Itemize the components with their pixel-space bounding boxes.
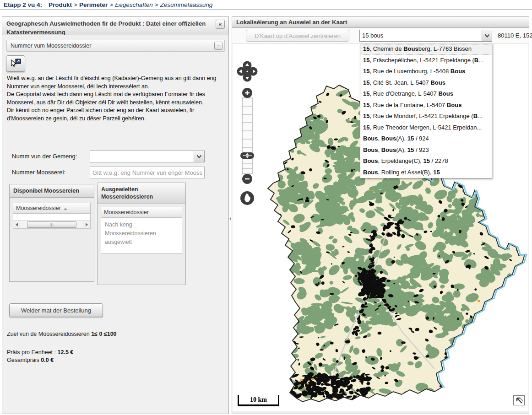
map-toolbar: D'Kaart op d'Auswiel zentréieren 15 bous… — [232, 28, 529, 43]
suggestion-item[interactable]: Bous, Erpeldange(C), 15 / 2278 — [360, 156, 492, 167]
selected-column-header[interactable]: Moossereidossier — [101, 207, 182, 218]
available-column-header[interactable]: Moossereidossier — [13, 203, 91, 214]
suggestion-item[interactable]: 15, Rue Theodor Mergen, L-5421 Erpeldan.… — [360, 122, 492, 134]
suggestion-item[interactable]: Bous, Bous(A), 15 / 924 — [360, 133, 492, 145]
scrollbar-thumb[interactable]: ||| — [27, 221, 76, 228]
dossier-count-line: Zuel vun de Moossereidossieren 1≤ 0 ≤100 — [7, 331, 117, 337]
moosserei-label: Nummer Moosserei: — [12, 169, 65, 176]
collapse-arrow-icon[interactable] — [229, 217, 231, 221]
zoom-to-extent-button[interactable] — [239, 190, 255, 206]
instruction-line: Wielt w.e.g. an der Lëscht fir d'éischt … — [7, 75, 226, 91]
pan-arrows-icon — [237, 61, 258, 82]
selected-moossereidossieren-panel: Ausgewielten Mossereidossieren Moosserei… — [97, 183, 186, 285]
suggestion-item[interactable]: 15, Rue de Mondorf, L-5421 Erpeldange (B… — [360, 111, 492, 122]
left-panel-body: Nummer vum Moossereidossier − Wielt w.e.… — [2, 35, 228, 414]
suggestion-item[interactable]: 15, Rue de Luxembourg, L-5408 Bous — [360, 66, 492, 77]
address-search-combobox[interactable]: 15 bous — [359, 30, 492, 42]
moosserei-number-input[interactable] — [90, 167, 205, 178]
section-title: Nummer vum Moossereidossier — [11, 43, 91, 49]
luxembourg-extent-icon — [239, 190, 255, 206]
left-panel-title: Geographesch Auswielmethoden fir de Prod… — [6, 20, 206, 36]
chevron-down-icon — [484, 34, 490, 38]
suggestion-item[interactable]: Bous, Bous(A), 15 / 923 — [360, 145, 492, 156]
scale-bar: 10 km — [238, 395, 279, 406]
center-map-button[interactable]: D'Kaart op d'Auswiel zentréieren — [246, 30, 349, 42]
available-grid-empty-row — [13, 214, 91, 221]
sort-asc-icon — [64, 208, 67, 210]
breadcrumb-item[interactable]: Perimeter — [79, 1, 108, 8]
suggestion-item[interactable]: 15, Cité St. Jean, L-5407 Bous — [360, 77, 492, 89]
dossier-count-range: 1≤ 0 ≤100 — [91, 331, 116, 337]
breadcrumb-item[interactable]: Zesummefaassung — [160, 1, 213, 8]
gemeng-label: Numm vun der Gemeng: — [12, 153, 77, 160]
attribution-icon[interactable] — [513, 395, 525, 405]
scale-label: 10 km — [239, 396, 278, 404]
horizontal-scrollbar[interactable]: ||| — [13, 221, 91, 229]
right-panel: Lokaliséierung an Auswiel an der Kaart D… — [232, 16, 529, 414]
suggestion-item[interactable]: 15, Rue de la Fontaine, L-5407 Bous — [360, 100, 492, 111]
address-suggestions-dropdown: 15, Chemin de Bousberg, L-7763 Bissen15,… — [360, 43, 492, 178]
select-on-map-tool-button[interactable] — [6, 55, 25, 72]
suggestion-item[interactable]: 15, Chemin de Bousberg, L-7763 Bissen — [360, 43, 492, 55]
chevron-down-icon — [196, 155, 202, 159]
collapse-section-button[interactable]: − — [214, 42, 223, 50]
available-moossereien-panel: Disponibel Moossereien Moossereidossier … — [9, 184, 94, 282]
suggestion-item[interactable]: 15, Fräschepéilchen, L-5421 Erpeldange (… — [360, 55, 492, 66]
gemeng-select-value — [92, 153, 192, 161]
corner-arrows-icon — [514, 396, 524, 405]
breadcrumb: Etapp 2 vu 4:Produkt>Perimeter>Eegeschaf… — [0, 0, 532, 10]
instruction-line: Dir kënnt och no enger Parzell sichen od… — [7, 107, 226, 123]
map-panel-title: Lokaliséierung an Auswiel an der Kaart — [232, 17, 529, 28]
gemeng-select-trigger[interactable] — [194, 151, 204, 162]
zoom-slider[interactable] — [237, 88, 257, 184]
pan-control[interactable] — [237, 61, 258, 82]
total-price-value: 0.0 € — [41, 357, 54, 363]
breadcrumb-separator: > — [74, 1, 77, 8]
section-header-moossereidossier[interactable]: Nummer vum Moossereidossier − — [6, 40, 225, 52]
gemeng-select[interactable] — [90, 151, 205, 162]
suggestion-item[interactable]: 15, Rue d'Oetrange, L-5407 Bous — [360, 88, 492, 100]
selected-panel-title: Ausgewielten Mossereidossieren — [98, 183, 185, 204]
available-panel-title: Disponibel Moossereien — [10, 184, 94, 198]
continue-order-button[interactable]: Weider mat der Bestellung — [9, 303, 103, 317]
app-root: Etapp 2 vu 4:Produkt>Perimeter>Eegeschaf… — [0, 0, 532, 415]
map-select-cursor-icon — [10, 59, 22, 68]
unit-price-value: 12.5 € — [58, 349, 74, 356]
address-search-value: 15 bous — [362, 32, 480, 39]
suggestion-item[interactable]: Bous, Rolling et Assel(B), 15 — [360, 167, 492, 178]
breadcrumb-step: Etapp 2 vu 4: — [4, 1, 42, 8]
breadcrumb-item[interactable]: Produkt — [49, 1, 72, 8]
left-panel: Geographesch Auswielmethoden fir de Prod… — [2, 16, 229, 414]
selected-empty-text: Nach keng Moossereidossieren ausgewielt — [101, 218, 182, 253]
breadcrumb-separator: > — [155, 1, 158, 8]
address-search-trigger[interactable] — [482, 30, 492, 41]
toolbar-separator — [355, 30, 355, 41]
instructions-text: Wielt w.e.g. an der Lëscht fir d'éischt … — [7, 75, 226, 123]
breadcrumb-separator: > — [109, 1, 113, 8]
collapse-panel-button[interactable]: « — [216, 20, 225, 29]
unit-price-line: Präis pro Eenheet : 12.5 € — [7, 349, 73, 356]
scroll-left-button[interactable] — [13, 221, 21, 228]
zoom-slider-icon — [237, 88, 257, 184]
scroll-right-button[interactable] — [83, 221, 90, 228]
breadcrumb-item[interactable]: Eegeschaften — [115, 1, 153, 8]
instruction-line: De Geoportal weist Iech dann eng Lëscht … — [7, 91, 226, 107]
mouse-coordinates: 80110 E, 152 — [498, 28, 532, 43]
total-price-line: Gesamtpräis 0.0 € — [7, 357, 54, 363]
scrollbar-track[interactable]: ||| — [21, 221, 83, 228]
map-canvas[interactable]: 10 km 15, Chemin de Bousberg, L-7763 Bis… — [233, 43, 528, 411]
